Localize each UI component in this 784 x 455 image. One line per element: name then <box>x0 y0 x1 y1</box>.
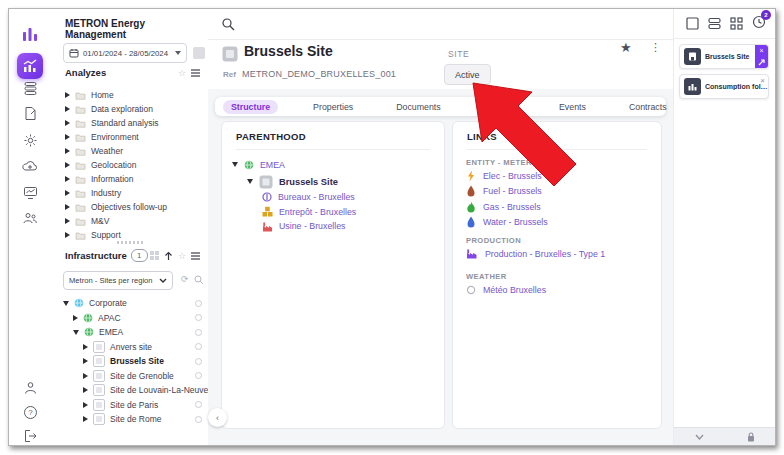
folder-icon <box>75 147 86 156</box>
status-badge[interactable]: Active <box>444 64 491 85</box>
link-elec[interactable]: Elec - Brussels <box>466 168 653 184</box>
date-range-value: 01/01/2024 - 28/05/2024 <box>83 49 171 58</box>
menu-list-icon[interactable] <box>191 69 200 77</box>
folder-icon <box>75 189 86 198</box>
infrastructure-header: Infrastructure 1 ☆ <box>65 249 200 262</box>
tree-item-emea[interactable]: EMEA <box>63 325 202 340</box>
tree-item-site-louvain[interactable]: Site de Louvain-La-Neuve <box>63 383 202 398</box>
link-gas[interactable]: Gas - Brussels <box>466 199 653 215</box>
tree-item-brussels-site[interactable]: Brussels Site <box>63 354 202 369</box>
refresh-icon[interactable]: ⟳ <box>181 274 189 284</box>
tree-item-site-grenoble[interactable]: Site de Grenoble <box>63 369 202 384</box>
menu-list-icon[interactable] <box>191 252 200 260</box>
nav-reports-icon[interactable] <box>17 100 43 126</box>
folder-icon <box>75 231 86 240</box>
tree-item-apac[interactable]: APAC <box>63 311 202 326</box>
site-card-icon <box>684 48 701 65</box>
history-clock-icon[interactable]: 2 <box>752 15 766 33</box>
layout-single-icon[interactable] <box>686 17 699 30</box>
nav-settings-gear-icon[interactable] <box>17 127 43 153</box>
layout-grid-icon[interactable] <box>730 17 743 30</box>
tab-contracts[interactable]: Contracts <box>621 100 675 114</box>
chevron-left-icon: ‹ <box>216 413 219 423</box>
infrastructure-view-select[interactable]: Metron - Sites per region <box>63 271 173 290</box>
chevron-down-icon[interactable] <box>695 434 704 440</box>
search-icon[interactable] <box>194 275 204 285</box>
tab-documents[interactable]: Documents <box>388 100 449 114</box>
open-view-card-brussels-site[interactable]: Brussels Site × <box>679 44 769 69</box>
tab-invoices[interactable]: Invoices <box>476 100 524 114</box>
link-fuel[interactable]: Fuel - Brussels <box>466 184 653 200</box>
global-search-bar[interactable] <box>208 9 673 40</box>
tree-item-entrepot[interactable]: Entrepôt - Bruxelles <box>232 205 436 220</box>
folder-icon <box>75 175 86 184</box>
tree-item-standard-analysis[interactable]: Standard analysis <box>65 116 202 130</box>
favorite-star-icon[interactable]: ★ <box>620 40 632 55</box>
link-meteo[interactable]: Météo Bruxelles <box>466 282 653 298</box>
tree-item-site-rome[interactable]: Site de Rome <box>63 412 202 427</box>
tree-item-mv[interactable]: M&V <box>65 214 202 228</box>
folder-icon <box>75 203 86 212</box>
collapse-sidebar-handle[interactable]: ‹ <box>208 408 227 427</box>
row-options-icon[interactable] <box>195 401 202 408</box>
date-range-picker[interactable]: 01/01/2024 - 28/05/2024 <box>63 43 187 63</box>
lock-icon[interactable] <box>747 432 755 442</box>
grid-view-icon[interactable] <box>150 251 159 260</box>
close-icon[interactable]: × <box>760 76 765 85</box>
row-options-icon[interactable] <box>195 314 202 321</box>
row-options-icon[interactable] <box>195 358 202 365</box>
row-options-icon[interactable] <box>195 372 202 379</box>
date-apply-button[interactable] <box>193 47 205 59</box>
tree-item-bureaux[interactable]: Bureaux - Bruxelles <box>232 190 436 205</box>
link-production[interactable]: Production - Bruxelles - Type 1 <box>466 246 653 262</box>
tab-events[interactable]: Events <box>551 100 594 114</box>
globe-icon <box>74 298 84 308</box>
link-water[interactable]: Water - Brussels <box>466 215 653 231</box>
panel-resize-handle[interactable] <box>117 241 143 244</box>
tree-item-usine[interactable]: Usine - Bruxelles <box>232 219 436 234</box>
help-icon[interactable]: ? <box>17 399 43 425</box>
nav-dashboard-icon[interactable] <box>17 180 43 206</box>
tree-item-information[interactable]: Information <box>65 172 202 186</box>
favorite-star-icon[interactable]: ☆ <box>178 251 186 261</box>
layout-rows-icon[interactable] <box>708 17 721 30</box>
upload-icon[interactable] <box>164 251 173 261</box>
row-options-icon[interactable] <box>195 300 202 307</box>
row-options-icon[interactable] <box>195 416 202 423</box>
logout-icon[interactable] <box>17 423 43 446</box>
open-view-card-consumption[interactable]: Consumption follow... × <box>679 74 769 99</box>
tree-item-industry[interactable]: Industry <box>65 186 202 200</box>
row-options-icon[interactable] <box>195 343 202 350</box>
tree-item-weather[interactable]: Weather <box>65 144 202 158</box>
tree-item-geolocation[interactable]: Geolocation <box>65 158 202 172</box>
tree-item-environment[interactable]: Environment <box>65 130 202 144</box>
user-account-icon[interactable] <box>17 375 43 401</box>
nav-data-icon[interactable] <box>17 75 43 101</box>
tree-item-anvers-site[interactable]: Anvers site <box>63 340 202 355</box>
tree-item-emea[interactable]: EMEA <box>232 156 436 173</box>
tree-item-corporate[interactable]: Corporate <box>63 296 202 311</box>
section-label: ENTITY - METER <box>466 156 653 168</box>
more-options-kebab-icon[interactable]: ⋮ <box>650 41 661 54</box>
close-icon[interactable]: × <box>759 47 763 54</box>
tree-item-data-exploration[interactable]: Data exploration <box>65 102 202 116</box>
tree-item-objectives[interactable]: Objectives follow-up <box>65 200 202 214</box>
folder-icon <box>75 91 86 100</box>
nav-users-icon[interactable] <box>17 205 43 231</box>
site-building-icon <box>259 175 273 189</box>
view-select-value: Metron - Sites per region <box>69 276 159 285</box>
tab-structure[interactable]: Structure <box>223 100 278 114</box>
tree-item-home[interactable]: Home <box>65 88 202 102</box>
tab-properties[interactable]: Properties <box>305 100 361 114</box>
expand-icon[interactable] <box>758 59 765 66</box>
analyzes-tree: Home Data exploration Standard analysis … <box>65 88 202 242</box>
nav-cloud-upload-icon[interactable] <box>17 153 43 179</box>
site-icon <box>93 341 105 353</box>
row-options-icon[interactable] <box>195 329 202 336</box>
tree-item-brussels-site[interactable]: Brussels Site <box>232 173 436 190</box>
site-icon <box>93 384 105 396</box>
tree-item-support[interactable]: Support <box>65 228 202 242</box>
favorite-star-icon[interactable]: ☆ <box>178 68 186 78</box>
tree-item-site-paris[interactable]: Site de Paris <box>63 398 202 413</box>
ref-label: Ref <box>223 70 236 79</box>
